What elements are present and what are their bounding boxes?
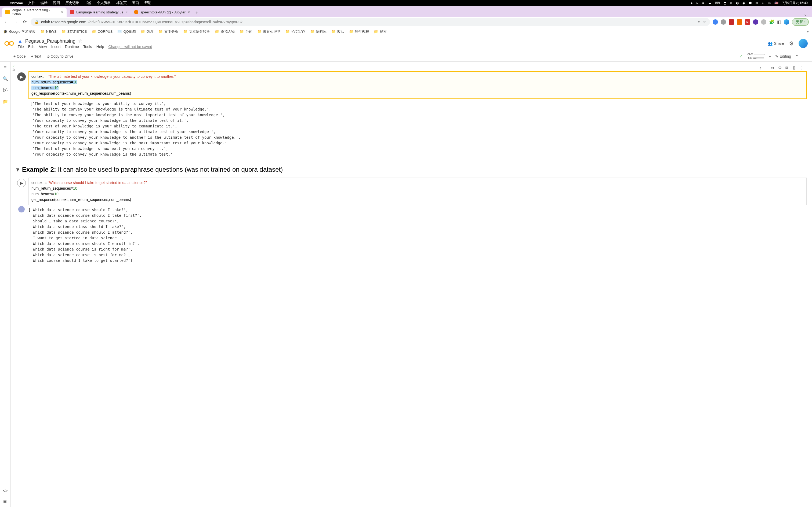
menu-view[interactable]: View — [39, 45, 47, 49]
run-button[interactable]: ▶ — [17, 72, 26, 81]
app-name[interactable]: Chrome — [10, 1, 23, 5]
bookmark-folder[interactable]: 📁NEWS — [40, 30, 57, 34]
extension-icon[interactable] — [737, 19, 742, 25]
menu-help[interactable]: 帮助 — [145, 1, 151, 5]
code-snippets-icon[interactable]: <> — [3, 489, 8, 493]
address-bar[interactable]: 🔒 colab.research.google.com/drive/1RWvGu… — [31, 18, 710, 26]
reload-button[interactable]: ⟳ — [21, 19, 28, 25]
section-heading[interactable]: ▾ Example 2: It can also be used to para… — [16, 166, 807, 173]
forward-button[interactable]: → — [12, 19, 19, 25]
bookmark-folder[interactable]: 📁台词 — [240, 29, 252, 34]
menu-help[interactable]: Help — [96, 45, 104, 49]
close-icon[interactable]: × — [125, 10, 128, 14]
variables-icon[interactable]: {x} — [3, 88, 8, 93]
new-tab-button[interactable]: + — [193, 9, 201, 17]
editing-mode[interactable]: ✎Editing — [775, 54, 791, 58]
colab-logo-icon[interactable] — [4, 39, 14, 48]
sidepanel-icon[interactable]: ◧ — [777, 19, 781, 24]
extension-icon[interactable] — [721, 19, 726, 25]
mirror-icon[interactable]: ⧉ — [785, 65, 789, 70]
bookmark-folder[interactable]: 📁文本分析 — [158, 29, 178, 34]
wifi-icon[interactable]: ⟡ — [762, 1, 764, 5]
bookmark[interactable]: 🎓Google 学术搜索 — [3, 29, 36, 34]
menu-view[interactable]: 视图 — [53, 1, 60, 5]
code-editor[interactable]: context = "The ultimate test of your kno… — [29, 71, 807, 99]
menu-bookmarks[interactable]: 书签 — [85, 1, 92, 5]
run-button[interactable]: ▶ — [17, 179, 26, 187]
menu-profile[interactable]: 个人资料 — [97, 1, 111, 5]
bookmark-folder[interactable]: 📁软件教程 — [349, 29, 369, 34]
notebook-title[interactable]: Pegasus_Paraphrasing — [25, 38, 75, 44]
tab-list-button[interactable]: ⌄ — [801, 11, 810, 17]
status-icon[interactable]: ⌨ — [715, 1, 720, 5]
bookmark-folder[interactable]: 📁效度 — [141, 29, 154, 34]
share-icon[interactable]: ⇪ — [697, 20, 701, 24]
code-editor[interactable]: context = "Which course should I take to… — [29, 178, 807, 205]
bookmark-folder[interactable]: 📁STATISTICS — [61, 30, 87, 34]
tab[interactable]: speechtotext/Un (2) - Jupyter × — [131, 7, 193, 17]
status-icon[interactable]: ⬒ — [723, 1, 726, 5]
extension-icon[interactable] — [761, 19, 766, 25]
share-button[interactable]: 👥 Share — [768, 41, 784, 46]
tab-active[interactable]: Pegasus_Paraphrasing - Colab × — [2, 7, 66, 17]
extension-icon[interactable]: M — [745, 19, 750, 25]
back-button[interactable]: ← — [3, 19, 10, 25]
avatar[interactable] — [799, 39, 808, 48]
delete-icon[interactable]: 🗑 — [792, 65, 796, 70]
menu-history[interactable]: 历史记录 — [65, 1, 79, 5]
menu-runtime[interactable]: Runtime — [65, 45, 79, 49]
bookmark-folder[interactable]: 📁虚拟人物 — [215, 29, 235, 34]
extension-icon[interactable] — [713, 19, 718, 25]
extension-icon[interactable] — [753, 19, 758, 25]
add-text-button[interactable]: +Text — [31, 54, 41, 58]
search-icon[interactable]: 🔍 — [3, 76, 8, 81]
status-icon[interactable]: ⊕ — [755, 1, 758, 5]
bookmark-folder[interactable]: 📁CORPUS — [92, 30, 113, 34]
extensions-icon[interactable]: 🧩 — [769, 19, 774, 24]
bookmarks-overflow[interactable]: » — [807, 30, 809, 34]
add-code-button[interactable]: +Code — [13, 54, 26, 58]
unsaved-notice[interactable]: Changes will not be saved — [108, 45, 152, 49]
status-icon[interactable]: ◉ — [743, 1, 745, 5]
menu-edit[interactable]: 编辑 — [41, 1, 48, 5]
resource-monitor[interactable]: RAM Disk — [747, 53, 765, 60]
status-icon[interactable]: ▸ — [697, 1, 698, 5]
copy-to-drive-button[interactable]: ⬙Copy to Drive — [47, 54, 73, 58]
status-icon[interactable]: ◈ — [702, 1, 704, 5]
bookmark-folder[interactable]: 📁改写 — [332, 29, 344, 34]
files-icon[interactable]: 📁 — [3, 99, 8, 104]
extension-icon[interactable] — [729, 19, 734, 25]
resource-dropdown[interactable]: ▾ — [769, 54, 771, 58]
menu-file[interactable]: File — [18, 45, 24, 49]
clock[interactable]: 7月9日周六 15:49 — [782, 1, 808, 5]
star-icon[interactable]: ☆ — [78, 38, 83, 44]
menu-window[interactable]: 窗口 — [132, 1, 139, 5]
tab[interactable]: Language learning strategy us × — [66, 7, 131, 17]
move-up-icon[interactable]: ↑ — [759, 65, 762, 70]
bookmark-folder[interactable]: 📁教育心理学 — [257, 29, 281, 34]
link-icon[interactable]: ⇔ — [771, 65, 774, 70]
move-down-icon[interactable]: ↓ — [765, 65, 767, 70]
close-icon[interactable]: × — [61, 10, 63, 14]
bookmark-folder[interactable]: 📁论文写作 — [286, 29, 305, 34]
more-icon[interactable]: ⋮ — [800, 65, 804, 70]
input-icon[interactable]: 🇺🇸 — [774, 1, 778, 5]
menu-edit[interactable]: Edit — [28, 45, 35, 49]
bookmark-folder[interactable]: 📁搜索 — [374, 29, 387, 34]
collapse-icon[interactable]: ⌃ — [795, 54, 799, 58]
menu-tools[interactable]: Tools — [83, 45, 92, 49]
status-icon[interactable]: ● — [691, 1, 693, 5]
close-icon[interactable]: × — [188, 10, 190, 14]
profile-icon[interactable] — [784, 19, 789, 25]
update-button[interactable]: 更新 : — [792, 18, 809, 26]
status-icon[interactable]: ∞ — [730, 1, 732, 5]
battery-icon[interactable]: ▭ — [768, 1, 771, 5]
toc-icon[interactable]: ≡ — [4, 65, 6, 70]
caret-down-icon[interactable]: ▾ — [16, 166, 19, 173]
menu-tabs[interactable]: 标签页 — [116, 1, 127, 5]
status-icon[interactable]: ⬢ — [749, 1, 752, 5]
cell-settings-icon[interactable]: ⚙ — [778, 65, 782, 70]
menu-insert[interactable]: Insert — [51, 45, 61, 49]
terminal-icon[interactable]: ▣ — [3, 499, 8, 504]
status-icon[interactable]: ☁ — [708, 1, 711, 5]
